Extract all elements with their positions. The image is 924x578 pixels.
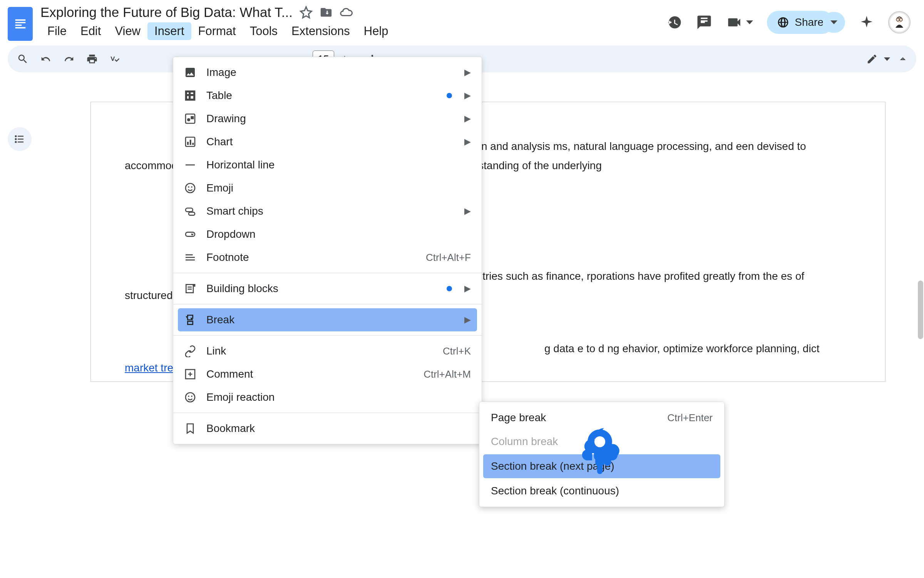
chevron-right-icon: ▶ (464, 315, 471, 325)
chevron-right-icon: ▶ (464, 284, 471, 294)
menu-emoji-reaction[interactable]: Emoji reaction (173, 386, 482, 409)
meet-dropdown[interactable] (726, 14, 753, 30)
svg-rect-25 (186, 257, 195, 258)
pointer-hand-overlay (577, 426, 623, 476)
svg-rect-37 (597, 463, 603, 474)
svg-point-19 (188, 187, 189, 188)
svg-rect-24 (186, 254, 193, 255)
doc-icon (13, 16, 28, 32)
svg-rect-7 (18, 139, 23, 140)
meet-icon (726, 14, 742, 30)
svg-point-4 (15, 135, 17, 137)
new-feature-dot (447, 93, 452, 98)
share-group: Share (767, 11, 845, 34)
outline-icon (14, 133, 25, 145)
menu-separator (173, 273, 482, 273)
svg-point-8 (15, 141, 17, 143)
svg-rect-26 (186, 259, 195, 260)
chevron-right-icon: ▶ (464, 206, 471, 216)
submenu-section-break-continuous[interactable]: Section break (continuous) (479, 479, 724, 503)
star-icon[interactable] (300, 6, 313, 19)
editing-mode[interactable] (866, 53, 890, 65)
share-label: Share (795, 16, 824, 29)
menu-smart-chips[interactable]: Smart chips ▶ (173, 200, 482, 223)
print-icon[interactable] (86, 53, 98, 65)
svg-point-11 (187, 118, 190, 121)
menu-comment[interactable]: Comment Ctrl+Alt+M (173, 363, 482, 386)
collapse-icon[interactable] (899, 55, 907, 63)
move-to-folder-icon[interactable] (320, 6, 333, 19)
menu-image[interactable]: Image ▶ (173, 61, 482, 84)
toolbar-right (866, 53, 907, 65)
menu-format[interactable]: Format (191, 22, 243, 40)
menu-view[interactable]: View (108, 22, 147, 40)
doc-title[interactable]: Exploring the Future of Big Data: What T… (40, 5, 293, 20)
image-icon (184, 66, 196, 79)
globe-icon (777, 16, 789, 29)
share-dropdown[interactable] (823, 12, 845, 33)
svg-point-33 (188, 396, 189, 397)
menu-chart[interactable]: Chart ▶ (173, 130, 482, 153)
scrollbar-thumb[interactable] (918, 281, 923, 339)
emoji-reaction-icon (184, 391, 196, 403)
comment-icon (184, 368, 196, 380)
menu-drawing[interactable]: Drawing ▶ (173, 107, 482, 130)
bookmark-icon (184, 422, 196, 435)
link-icon (184, 345, 196, 357)
menu-file[interactable]: File (40, 22, 74, 40)
break-icon (184, 314, 196, 326)
menu-edit[interactable]: Edit (74, 22, 108, 40)
redo-icon[interactable] (63, 53, 75, 65)
menu-dropdown[interactable]: Dropdown (173, 223, 482, 246)
chart-icon (184, 136, 196, 148)
history-icon[interactable] (666, 14, 682, 30)
smartchips-icon (184, 205, 196, 217)
horizontal-line-icon (184, 159, 196, 171)
svg-rect-12 (191, 116, 194, 119)
menu-extensions[interactable]: Extensions (285, 22, 357, 40)
menu-help[interactable]: Help (357, 22, 395, 40)
spellcheck-icon[interactable] (109, 53, 121, 65)
menu-bookmark[interactable]: Bookmark (173, 417, 482, 440)
footnote-icon (184, 251, 196, 264)
svg-rect-30 (187, 321, 192, 324)
menu-building-blocks[interactable]: Building blocks ▶ (173, 277, 482, 300)
svg-rect-9 (18, 141, 23, 143)
new-feature-dot (447, 286, 452, 291)
blocks-icon (184, 282, 196, 295)
svg-rect-15 (190, 140, 191, 145)
menu-separator (173, 335, 482, 336)
dropdown-icon (184, 228, 196, 240)
menu-footnote[interactable]: Footnote Ctrl+Alt+F (173, 246, 482, 269)
gemini-icon[interactable] (859, 15, 874, 30)
search-icon[interactable] (17, 53, 28, 65)
svg-point-32 (186, 393, 195, 402)
svg-rect-16 (192, 143, 194, 145)
pencil-icon (866, 53, 878, 65)
drawing-icon (184, 113, 196, 125)
svg-rect-14 (187, 142, 189, 145)
menu-table[interactable]: Table ▶ (173, 84, 482, 107)
chevron-down-icon (746, 20, 753, 24)
svg-point-18 (186, 183, 195, 193)
menu-break[interactable]: Break ▶ (178, 308, 477, 331)
title-row: Exploring the Future of Big Data: What T… (40, 5, 395, 20)
menu-emoji[interactable]: Emoji (173, 176, 482, 200)
menu-insert[interactable]: Insert (147, 22, 191, 40)
chevron-right-icon: ▶ (464, 137, 471, 147)
cloud-status-icon[interactable] (340, 6, 353, 19)
insert-menu: Image ▶ Table ▶ Drawing ▶ Chart ▶ Horizo… (173, 57, 482, 444)
undo-icon[interactable] (40, 53, 52, 65)
menu-tools[interactable]: Tools (243, 22, 285, 40)
comment-history-icon[interactable] (696, 14, 712, 30)
menu-horizontal-line[interactable]: Horizontal line (173, 153, 482, 176)
avatar[interactable] (888, 11, 911, 34)
docs-logo[interactable] (8, 7, 33, 41)
header-right: Share (666, 11, 916, 34)
svg-point-34 (191, 396, 192, 397)
outline-button[interactable] (8, 127, 32, 151)
chevron-down-icon (830, 20, 837, 24)
menu-separator (173, 304, 482, 304)
menu-link[interactable]: Link Ctrl+K (173, 339, 482, 363)
svg-rect-21 (186, 208, 193, 212)
